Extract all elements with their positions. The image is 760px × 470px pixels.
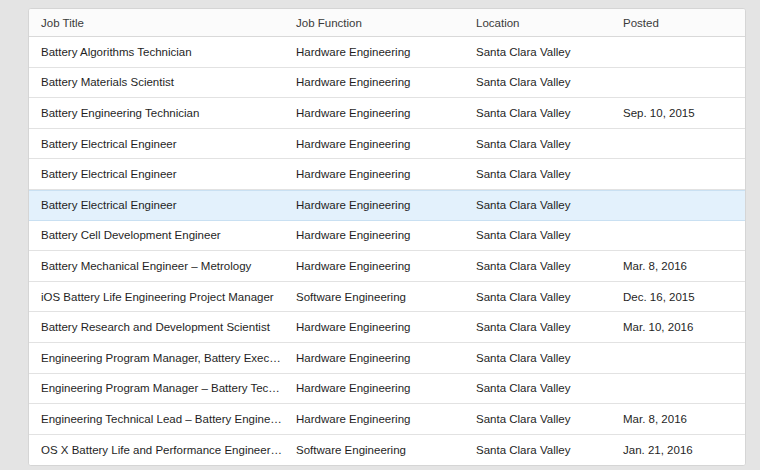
job-function-cell: Hardware Engineering [284, 413, 464, 425]
posted-cell: Mar. 8, 2016 [611, 260, 745, 272]
table-row[interactable]: Engineering Program Manager – Battery Te… [29, 374, 745, 405]
job-title-cell: Engineering Program Manager, Battery Exe… [29, 352, 284, 364]
job-function-cell: Hardware Engineering [284, 76, 464, 88]
job-title-cell: Battery Electrical Engineer [29, 138, 284, 150]
table-row[interactable]: Battery Engineering Technician Hardware … [29, 98, 745, 129]
job-function-cell: Hardware Engineering [284, 352, 464, 364]
location-cell: Santa Clara Valley [464, 107, 611, 119]
location-cell: Santa Clara Valley [464, 291, 611, 303]
column-header-job-function[interactable]: Job Function [284, 17, 464, 29]
job-title-cell: Battery Electrical Engineer [29, 199, 284, 211]
job-title-cell: Battery Mechanical Engineer – Metrology [29, 260, 284, 272]
location-cell: Santa Clara Valley [464, 413, 611, 425]
table-row[interactable]: Battery Electrical Engineer Hardware Eng… [29, 159, 745, 190]
column-header-location[interactable]: Location [464, 17, 611, 29]
posted-cell: Mar. 8, 2016 [611, 413, 745, 425]
table-row[interactable]: Battery Mechanical Engineer – Metrology … [29, 251, 745, 282]
table-row[interactable]: Engineering Program Manager, Battery Exe… [29, 343, 745, 374]
location-cell: Santa Clara Valley [464, 229, 611, 241]
location-cell: Santa Clara Valley [464, 46, 611, 58]
job-title-cell: Battery Algorithms Technician [29, 46, 284, 58]
job-title-cell: Battery Engineering Technician [29, 107, 284, 119]
job-title-cell: Battery Cell Development Engineer [29, 229, 284, 241]
table-row[interactable]: Engineering Technical Lead – Battery Eng… [29, 404, 745, 435]
table-row[interactable]: OS X Battery Life and Performance Engine… [29, 435, 745, 466]
job-function-cell: Hardware Engineering [284, 199, 464, 211]
job-function-cell: Hardware Engineering [284, 382, 464, 394]
job-function-cell: Hardware Engineering [284, 107, 464, 119]
location-cell: Santa Clara Valley [464, 138, 611, 150]
table-row[interactable]: Battery Electrical Engineer Hardware Eng… [29, 129, 745, 160]
job-title-cell: Engineering Program Manager – Battery Te… [29, 382, 284, 394]
jobs-table: Job Title Job Function Location Posted B… [28, 8, 746, 466]
table-row[interactable]: Battery Cell Development Engineer Hardwa… [29, 221, 745, 252]
location-cell: Santa Clara Valley [464, 76, 611, 88]
job-title-cell: OS X Battery Life and Performance Engine… [29, 444, 284, 456]
table-header: Job Title Job Function Location Posted [29, 9, 745, 37]
location-cell: Santa Clara Valley [464, 444, 611, 456]
column-header-job-title[interactable]: Job Title [29, 17, 284, 29]
location-cell: Santa Clara Valley [464, 260, 611, 272]
table-row[interactable]: Battery Research and Development Scienti… [29, 312, 745, 343]
job-title-cell: iOS Battery Life Engineering Project Man… [29, 291, 284, 303]
location-cell: Santa Clara Valley [464, 382, 611, 394]
table-row[interactable]: Battery Materials Scientist Hardware Eng… [29, 68, 745, 99]
job-title-cell: Battery Research and Development Scienti… [29, 321, 284, 333]
job-title-cell: Battery Electrical Engineer [29, 168, 284, 180]
job-function-cell: Hardware Engineering [284, 168, 464, 180]
location-cell: Santa Clara Valley [464, 199, 611, 211]
posted-cell: Dec. 16, 2015 [611, 291, 745, 303]
job-function-cell: Software Engineering [284, 444, 464, 456]
column-header-posted[interactable]: Posted [611, 17, 745, 29]
location-cell: Santa Clara Valley [464, 321, 611, 333]
job-title-cell: Engineering Technical Lead – Battery Eng… [29, 413, 284, 425]
job-function-cell: Hardware Engineering [284, 138, 464, 150]
location-cell: Santa Clara Valley [464, 352, 611, 364]
job-function-cell: Hardware Engineering [284, 260, 464, 272]
job-function-cell: Hardware Engineering [284, 321, 464, 333]
posted-cell: Sep. 10, 2015 [611, 107, 745, 119]
location-cell: Santa Clara Valley [464, 168, 611, 180]
job-function-cell: Hardware Engineering [284, 46, 464, 58]
table-row[interactable]: Battery Algorithms Technician Hardware E… [29, 37, 745, 68]
job-function-cell: Hardware Engineering [284, 229, 464, 241]
job-title-cell: Battery Materials Scientist [29, 76, 284, 88]
posted-cell: Mar. 10, 2016 [611, 321, 745, 333]
posted-cell: Jan. 21, 2016 [611, 444, 745, 456]
job-function-cell: Software Engineering [284, 291, 464, 303]
table-row[interactable]: Battery Electrical Engineer Hardware Eng… [29, 190, 745, 221]
table-row[interactable]: iOS Battery Life Engineering Project Man… [29, 282, 745, 313]
